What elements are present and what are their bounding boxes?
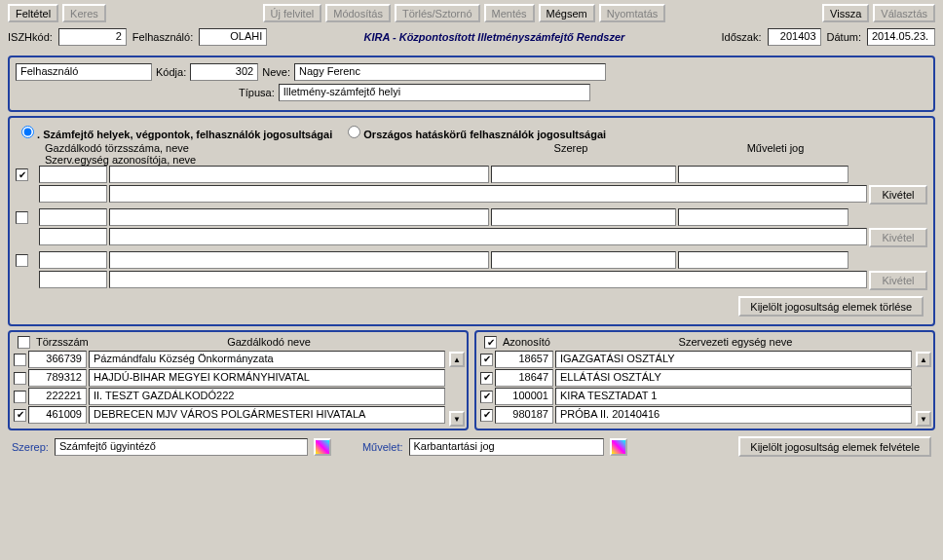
row-checkbox[interactable] xyxy=(14,391,26,403)
perm-gazd-input[interactable] xyxy=(109,251,489,269)
row-code: 18657 xyxy=(495,351,553,368)
radio-national-input[interactable] xyxy=(348,126,360,138)
muvelet-lookup-icon[interactable] xyxy=(610,438,627,456)
infobar: ISZHkód: 2 Felhasználó: OLAHI KIRA - Köz… xyxy=(0,26,943,52)
date-label: Dátum: xyxy=(827,31,861,43)
vissza-button[interactable]: Vissza xyxy=(822,4,869,22)
mentes-button[interactable]: Mentés xyxy=(484,4,535,22)
add-perms-button[interactable]: Kijelölt jogosultság elemek felvétele xyxy=(738,436,931,457)
list-hdr-gazdnev: Gazdálkodó neve xyxy=(94,336,443,349)
scroll-up-icon[interactable]: ▲ xyxy=(449,352,465,367)
row-code: 366739 xyxy=(28,351,87,368)
list-item[interactable]: ✔18657IGAZGATÁSI OSZTÁLY xyxy=(480,351,929,368)
perm-gazd-input[interactable] xyxy=(109,208,489,226)
perm-szervnev-input[interactable] xyxy=(109,228,867,245)
perm-szervnev-input[interactable] xyxy=(109,185,867,203)
radio-local[interactable]: . Számfejtő helyek, végpontok, felhaszná… xyxy=(21,126,332,140)
iszh-value: 2 xyxy=(58,28,127,46)
gazdalkodo-list: Törzsszám Gazdálkodó neve 366739Pázmándf… xyxy=(8,330,469,430)
row-code: 789312 xyxy=(28,369,87,387)
kivetel-button[interactable]: Kivétel xyxy=(869,271,927,290)
perm-torzs-input[interactable] xyxy=(39,166,107,183)
list-item[interactable]: 222221II. TESZT GAZDÁLKODÓ222 xyxy=(14,388,463,405)
perm-hdr-muvelet: Műveleti jog xyxy=(678,142,873,166)
period-value: 201403 xyxy=(768,28,821,46)
perm-row: Kivétel xyxy=(16,208,927,247)
muvelet-select[interactable]: Karbantartási jog xyxy=(409,438,604,456)
row-checkbox[interactable]: ✔ xyxy=(480,391,493,403)
row-name: DEBRECEN MJV VÁROS POLGÁRMESTERI HIVATAL… xyxy=(89,406,445,424)
iszh-label: ISZHkód: xyxy=(8,31,53,43)
tipusa-value[interactable]: Illetmény-számfejtő helyi xyxy=(279,84,590,101)
list-item[interactable]: ✔980187PRÓBA II. 20140416 xyxy=(480,406,929,424)
perm-azon-input[interactable] xyxy=(39,271,107,288)
modositas-button[interactable]: Módosítás xyxy=(325,4,391,22)
perm-azon-input[interactable] xyxy=(39,228,107,245)
list-item[interactable]: ✔461009DEBRECEN MJV VÁROS POLGÁRMESTERI … xyxy=(14,406,463,424)
select-all-checkbox[interactable] xyxy=(18,336,30,349)
perm-szerep-input[interactable] xyxy=(491,251,676,269)
perm-checkbox[interactable]: ✔ xyxy=(16,168,28,181)
row-name: ELLÁTÁSI OSZTÁLY xyxy=(555,369,912,387)
scroll-down-icon[interactable]: ▼ xyxy=(449,411,465,427)
user-value: OLAHI xyxy=(199,28,267,46)
szerep-label: Szerep: xyxy=(12,441,49,453)
select-all-checkbox[interactable]: ✔ xyxy=(484,336,497,349)
toolbar: Feltétel Keres Új felvitel Módosítás Tör… xyxy=(0,0,943,26)
perm-szervnev-input[interactable] xyxy=(109,271,867,288)
row-code: 461009 xyxy=(28,406,87,424)
row-checkbox[interactable]: ✔ xyxy=(480,354,493,366)
perm-checkbox[interactable] xyxy=(16,211,28,224)
row-checkbox[interactable] xyxy=(14,354,26,366)
row-checkbox[interactable] xyxy=(14,372,26,385)
perm-muvelet-input[interactable] xyxy=(678,166,849,183)
neve-value[interactable]: Nagy Ferenc xyxy=(294,63,606,81)
row-code: 222221 xyxy=(28,388,87,405)
perm-szerep-input[interactable] xyxy=(491,208,676,226)
torles-button[interactable]: Törlés/Sztornó xyxy=(395,4,480,22)
szervezet-list: ✔ Azonosító Szervezeti egység neve ✔1865… xyxy=(474,330,935,430)
permissions-panel: . Számfejtő helyek, végpontok, felhaszná… xyxy=(8,116,935,326)
radio-local-input[interactable] xyxy=(21,126,34,138)
muvelet-label: Művelet: xyxy=(362,441,403,453)
perm-torzs-input[interactable] xyxy=(39,251,107,269)
list-item[interactable]: ✔100001KIRA TESZTADAT 1 xyxy=(480,388,929,405)
row-checkbox[interactable]: ✔ xyxy=(480,409,493,422)
row-name: IGAZGATÁSI OSZTÁLY xyxy=(555,351,912,368)
feltetel-button[interactable]: Feltétel xyxy=(8,4,58,22)
row-checkbox[interactable]: ✔ xyxy=(14,409,26,422)
app-title: KIRA - Központosított Illetményszámfejtő… xyxy=(363,31,624,43)
felhasznalo-field[interactable]: Felhasználó xyxy=(16,63,152,81)
row-name: PRÓBA II. 20140416 xyxy=(555,406,912,424)
nyomtatas-button[interactable]: Nyomtatás xyxy=(599,4,666,22)
perm-muvelet-input[interactable] xyxy=(678,208,849,226)
perm-szerep-input[interactable] xyxy=(491,166,676,183)
kivetel-button[interactable]: Kivétel xyxy=(869,185,927,205)
kivetel-button[interactable]: Kivétel xyxy=(869,228,927,247)
delete-perms-button[interactable]: Kijelölt jogosultság elemek törlése xyxy=(738,296,924,317)
valasztas-button[interactable]: Választás xyxy=(873,4,935,22)
row-checkbox[interactable]: ✔ xyxy=(480,372,493,385)
perm-checkbox[interactable] xyxy=(16,254,28,267)
list-hdr-szervnev: Szervezeti egység neve xyxy=(561,336,910,349)
uj-felvitel-button[interactable]: Új felvitel xyxy=(263,4,322,22)
period-label: Időszak: xyxy=(722,31,762,43)
perm-muvelet-input[interactable] xyxy=(678,251,849,269)
row-name: Pázmándfalu Község Önkormányzata xyxy=(89,351,445,368)
szerep-select[interactable]: Számfejtő ügyintéző xyxy=(55,438,308,456)
perm-hdr-szerv: Szerv.egység azonosítója, neve xyxy=(45,154,464,166)
megsem-button[interactable]: Mégsem xyxy=(539,4,595,22)
perm-gazd-input[interactable] xyxy=(109,166,489,183)
scroll-down-icon[interactable]: ▼ xyxy=(916,411,931,427)
radio-national[interactable]: Országos hatáskörű felhasználók jogosult… xyxy=(348,126,606,140)
scroll-up-icon[interactable]: ▲ xyxy=(916,352,931,367)
list-item[interactable]: 366739Pázmándfalu Község Önkormányzata xyxy=(14,351,463,368)
list-item[interactable]: ✔18647ELLÁTÁSI OSZTÁLY xyxy=(480,369,929,387)
szerep-lookup-icon[interactable] xyxy=(314,438,331,456)
keres-button[interactable]: Keres xyxy=(62,4,106,22)
perm-azon-input[interactable] xyxy=(39,185,107,203)
row-code: 980187 xyxy=(495,406,553,424)
kodja-value[interactable]: 302 xyxy=(190,63,258,81)
perm-torzs-input[interactable] xyxy=(39,208,107,226)
list-item[interactable]: 789312HAJDÚ-BIHAR MEGYEI KORMÁNYHIVATAL xyxy=(14,369,463,387)
